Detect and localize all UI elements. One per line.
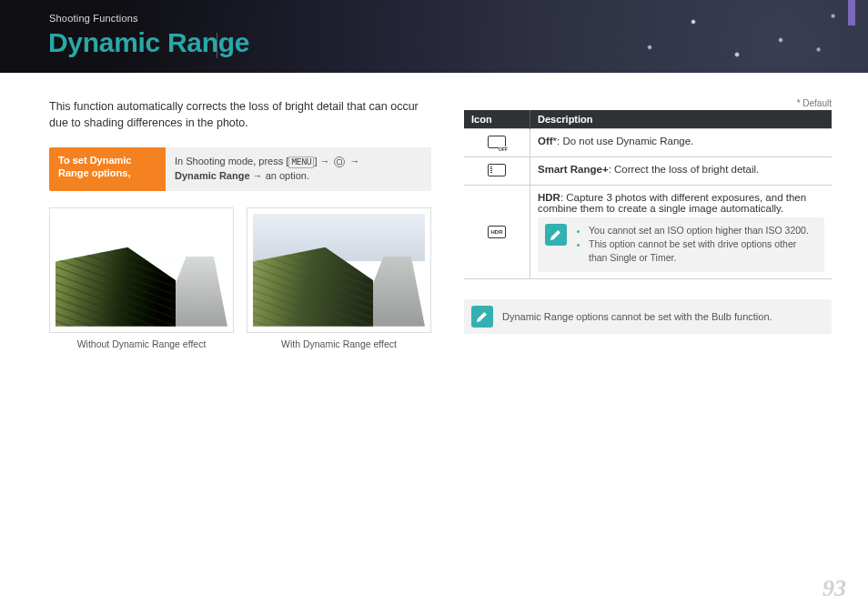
off-icon	[488, 136, 506, 148]
arrow-icon: →	[348, 156, 360, 166]
opt-hdr-bold: HDR	[538, 192, 560, 203]
instruction-mid: ] →	[314, 156, 332, 166]
options-table: Icon Description Off*: Do not use Dynami…	[464, 110, 832, 279]
accent-tab	[848, 0, 855, 25]
opt-hdr-suffix: : Capture 3 photos with different exposu…	[538, 192, 806, 214]
pen-icon	[545, 224, 567, 246]
menu-key-icon: MENU	[288, 156, 314, 168]
smart-range-icon	[488, 164, 506, 176]
photo-row: Without Dynamic Range effect With Dynami…	[49, 207, 431, 349]
hdr-note-2: This option cannot be set with drive opt…	[589, 237, 815, 265]
instruction-label: To set Dynamic Range options,	[49, 147, 166, 190]
left-column: This function automatically corrects the…	[49, 98, 431, 349]
pen-icon	[471, 306, 493, 328]
th-icon: Icon	[464, 110, 530, 129]
title-divider	[217, 33, 217, 58]
instruction-row: To set Dynamic Range options, In Shootin…	[49, 147, 431, 190]
breadcrumb: Shooting Functions	[49, 13, 138, 24]
photo-without-caption: Without Dynamic Range effect	[49, 338, 234, 349]
opt-sr-suffix: : Correct the loss of bright detail.	[609, 164, 760, 175]
opt-off-suffix: *: Do not use Dynamic Range.	[553, 136, 694, 146]
photo-without-card: Without Dynamic Range effect	[49, 207, 234, 349]
opt-sr-bold: Smart Range+	[538, 164, 609, 175]
instruction-pre: In Shooting mode, press [	[175, 156, 288, 166]
right-column: * Default Icon Description Off*: Do not …	[464, 98, 832, 349]
hdr-note-1: You cannot set an ISO option higher than…	[589, 224, 815, 237]
photo-with-card: With Dynamic Range effect	[247, 207, 431, 349]
default-note: * Default	[464, 98, 832, 108]
table-row: Off*: Do not use Dynamic Range.	[464, 129, 832, 157]
instruction-tail: → an option.	[250, 170, 309, 181]
hdr-icon: HDR	[488, 226, 506, 238]
page-title: Dynamic Range	[48, 27, 249, 58]
photo-with-frame	[247, 207, 431, 333]
content-area: This function automatically corrects the…	[49, 98, 832, 349]
instruction-bold: Dynamic Range	[175, 170, 250, 181]
footer-note-text: Dynamic Range options cannot be set with…	[502, 311, 772, 322]
photo-without	[56, 214, 227, 327]
table-row: HDR HDR: Capture 3 photos with different…	[464, 186, 832, 279]
camera-icon	[334, 156, 345, 167]
instruction-body: In Shooting mode, press [MENU] → → Dynam…	[166, 147, 431, 190]
photo-without-frame	[49, 207, 234, 333]
intro-text: This function automatically corrects the…	[49, 98, 431, 131]
footer-note-box: Dynamic Range options cannot be set with…	[464, 299, 832, 334]
photo-with	[253, 214, 425, 327]
table-row: Smart Range+: Correct the loss of bright…	[464, 157, 832, 186]
th-desc: Description	[530, 110, 833, 129]
photo-with-caption: With Dynamic Range effect	[247, 338, 431, 349]
header-banner: Shooting Functions Dynamic Range	[0, 0, 868, 73]
opt-off-bold: Off	[538, 136, 553, 146]
hdr-note-box: You cannot set an ISO option higher than…	[538, 217, 824, 272]
page-number: 93	[823, 575, 846, 602]
